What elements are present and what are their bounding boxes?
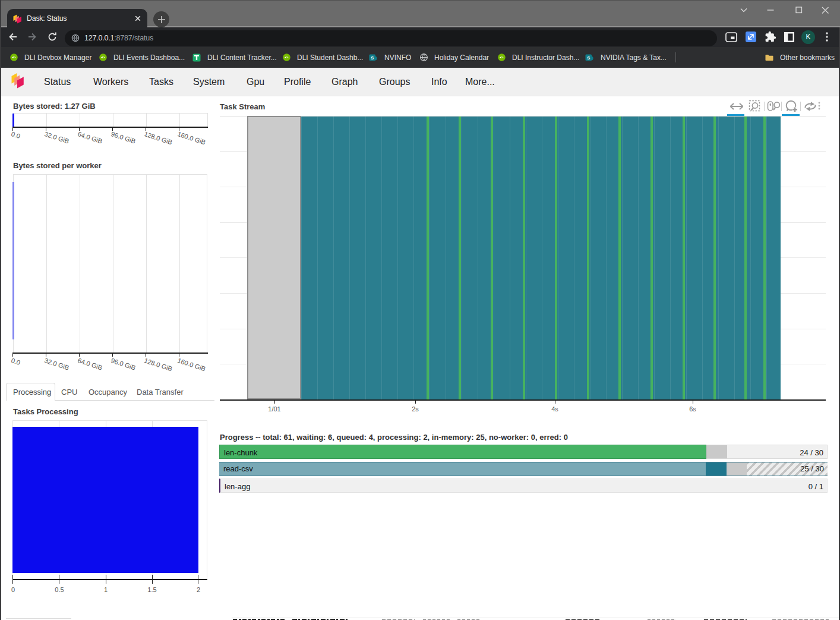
svg-text:s: s [587,55,590,61]
svg-text:s: s [371,55,374,61]
